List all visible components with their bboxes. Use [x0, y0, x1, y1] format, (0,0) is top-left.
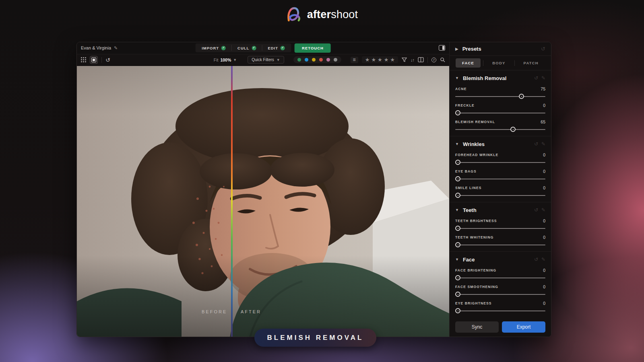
- zoom-level: 100%: [220, 58, 231, 62]
- slider-track[interactable]: [455, 159, 545, 165]
- color-label-dot[interactable]: [305, 58, 308, 62]
- canvas-toolbar: ↺ Fit 100% ▼ Quick Filters ▼ = ★★★★★ ↓↑ …: [77, 54, 449, 66]
- section-title: Face: [463, 257, 475, 263]
- preset-tabs: FACEBODYPATCH: [450, 56, 551, 70]
- panel-toggle-icon[interactable]: [439, 45, 445, 51]
- slider-handle[interactable]: [455, 242, 460, 247]
- section-title: Blemish Removal: [463, 75, 506, 81]
- star-icon[interactable]: ★: [390, 57, 395, 62]
- star-icon[interactable]: ★: [371, 57, 376, 62]
- slider-face-smoothening: FACE SMOOTHENING0: [455, 284, 545, 297]
- loupe-icon[interactable]: [440, 57, 445, 62]
- slider-handle[interactable]: [455, 160, 460, 165]
- edit-project-name-icon[interactable]: ✎: [114, 45, 118, 51]
- step-done-icon: ✓: [252, 46, 256, 50]
- before-label: BEFORE: [202, 309, 227, 314]
- edit-section-icon[interactable]: ✎: [541, 141, 545, 147]
- edit-section-icon[interactable]: ✎: [541, 207, 545, 213]
- slider-track[interactable]: [455, 291, 545, 297]
- color-label-dot[interactable]: [326, 58, 330, 62]
- tab-body[interactable]: BODY: [486, 58, 512, 68]
- reset-section-icon[interactable]: ↺: [534, 257, 538, 262]
- slider-label: BLEMISH REMOVAL: [455, 120, 495, 124]
- color-label-dot[interactable]: [312, 58, 316, 62]
- toolbar-divider: [427, 57, 428, 63]
- photo-canvas[interactable]: BEFORE AFTER: [77, 66, 449, 337]
- slider-track[interactable]: [455, 308, 545, 314]
- slider-handle[interactable]: [455, 308, 460, 313]
- reset-section-icon[interactable]: ↺: [534, 75, 538, 81]
- project-name-group[interactable]: Evan & Virginia ✎: [81, 45, 118, 51]
- workflow-step-import[interactable]: IMPORT✓: [196, 45, 231, 51]
- app-logo: aftershoot: [0, 6, 644, 23]
- slider-handle[interactable]: [519, 94, 524, 99]
- slider-track[interactable]: [455, 93, 545, 99]
- color-label-dot[interactable]: [297, 58, 301, 62]
- star-icon[interactable]: ★: [384, 57, 389, 62]
- workflow-step-cull[interactable]: CULL✓: [231, 45, 262, 51]
- slider-handle[interactable]: [510, 127, 516, 132]
- color-label-dot[interactable]: [319, 58, 323, 62]
- star-icon[interactable]: ★: [378, 57, 382, 62]
- reset-all-icon[interactable]: ↺: [541, 46, 545, 52]
- slider-track[interactable]: [455, 192, 545, 198]
- slider-handle[interactable]: [455, 275, 460, 280]
- section-header[interactable]: ▼Blemish Removal↺✎: [455, 74, 545, 82]
- quick-filters-label: Quick Filters: [252, 58, 274, 62]
- slider-label: FRECKLE: [455, 103, 475, 107]
- section-header[interactable]: ▼Teeth↺✎: [455, 206, 545, 214]
- aftershoot-logo-text: aftershoot: [307, 8, 358, 21]
- slider-handle[interactable]: [455, 292, 460, 297]
- slider-value: 0: [543, 185, 545, 190]
- zoom-control[interactable]: Fit 100% ▼: [214, 58, 237, 62]
- slider-label: SMILE LINES: [455, 186, 481, 190]
- color-label-filters: [293, 56, 341, 63]
- tab-face[interactable]: FACE: [456, 58, 481, 68]
- slider-handle[interactable]: [455, 110, 460, 115]
- app-window: Evan & Virginia ✎ IMPORT✓CULL✓EDIT✓ RETO…: [76, 42, 551, 337]
- slider-face-brightening: FACE BRIGHTENING0: [455, 268, 545, 281]
- compare-view-icon[interactable]: [90, 56, 98, 64]
- star-icon[interactable]: ★: [365, 57, 370, 62]
- presets-header[interactable]: ▶ Presets ↺: [450, 42, 551, 56]
- section-header[interactable]: ▼Wrinkles↺✎: [455, 140, 545, 148]
- filter-funnel-icon[interactable]: [402, 57, 407, 62]
- slider-handle[interactable]: [455, 176, 460, 181]
- edit-section-icon[interactable]: ✎: [541, 257, 545, 262]
- slider-value: 0: [543, 152, 545, 157]
- section-header[interactable]: ▼Face↺✎: [455, 255, 545, 263]
- sort-icon[interactable]: ↓↑: [411, 58, 414, 62]
- slider-track[interactable]: [455, 110, 545, 116]
- quick-filters-dropdown[interactable]: Quick Filters ▼: [248, 56, 284, 64]
- slider-track[interactable]: [455, 126, 545, 132]
- before-after-divider[interactable]: [231, 66, 233, 337]
- main-area: Evan & Virginia ✎ IMPORT✓CULL✓EDIT✓ RETO…: [77, 42, 449, 337]
- star-rating-filter: ★★★★★: [362, 56, 398, 63]
- color-label-dot[interactable]: [334, 58, 337, 62]
- slider-handle[interactable]: [455, 193, 460, 198]
- retouch-step-button[interactable]: RETOUCH: [295, 43, 331, 53]
- section-wrinkles: ▼Wrinkles↺✎FOREHEAD WRINKLE0EYE BAGS0SMI…: [450, 136, 551, 202]
- presets-title: Presets: [462, 46, 481, 52]
- slider-value: 0: [543, 218, 545, 223]
- rating-equals-icon[interactable]: =: [351, 57, 358, 63]
- slider-label: FACE BRIGHTENING: [455, 268, 496, 272]
- export-button[interactable]: Export: [502, 321, 545, 333]
- sync-button[interactable]: Sync: [455, 321, 499, 333]
- slider-track[interactable]: [455, 225, 545, 231]
- reset-section-icon[interactable]: ↺: [534, 207, 538, 213]
- slider-track[interactable]: [455, 176, 545, 182]
- info-icon[interactable]: i: [431, 58, 436, 62]
- history-icon[interactable]: ↺: [105, 57, 110, 63]
- tab-patch[interactable]: PATCH: [517, 58, 545, 68]
- workflow-step-edit[interactable]: EDIT✓: [262, 45, 291, 51]
- slider-smile-lines: SMILE LINES0: [455, 185, 545, 198]
- edit-section-icon[interactable]: ✎: [541, 75, 545, 81]
- split-view-icon[interactable]: [418, 57, 424, 62]
- reset-section-icon[interactable]: ↺: [534, 141, 538, 147]
- slider-label: ACNE: [455, 87, 467, 91]
- slider-track[interactable]: [455, 242, 545, 248]
- slider-handle[interactable]: [455, 226, 460, 231]
- slider-track[interactable]: [455, 275, 545, 281]
- grid-view-icon[interactable]: [81, 57, 86, 62]
